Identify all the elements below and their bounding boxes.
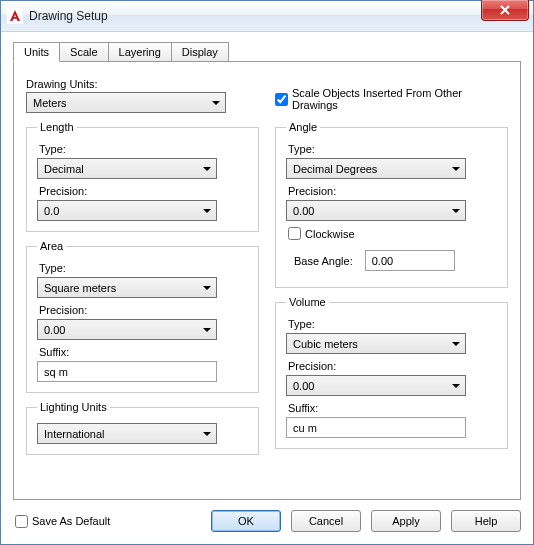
area-type-label: Type: xyxy=(39,262,248,274)
chevron-down-icon xyxy=(447,160,464,177)
client-area: Units Scale Layering Display Drawing Uni… xyxy=(1,32,533,544)
chevron-down-icon xyxy=(447,202,464,219)
drawing-setup-window: Drawing Setup Units Scale Layering Displ… xyxy=(0,0,534,545)
length-precision-label: Precision: xyxy=(39,185,248,197)
length-group: Length Type: Decimal Precision: 0.0 xyxy=(26,121,259,232)
volume-precision-value: 0.00 xyxy=(293,380,314,392)
scale-objects-input[interactable] xyxy=(275,93,288,106)
app-icon xyxy=(7,8,23,24)
length-type-value: Decimal xyxy=(44,163,84,175)
angle-type-label: Type: xyxy=(288,143,497,155)
clockwise-label: Clockwise xyxy=(305,228,355,240)
lighting-select[interactable]: International xyxy=(37,423,217,444)
volume-legend: Volume xyxy=(286,296,329,308)
chevron-down-icon xyxy=(198,279,215,296)
tab-display[interactable]: Display xyxy=(171,42,229,62)
scale-objects-checkbox[interactable]: Scale Objects Inserted From Other Drawin… xyxy=(275,87,508,111)
angle-precision-value: 0.00 xyxy=(293,205,314,217)
length-legend: Length xyxy=(37,121,77,133)
length-precision-select[interactable]: 0.0 xyxy=(37,200,217,221)
angle-legend: Angle xyxy=(286,121,320,133)
lighting-value: International xyxy=(44,428,105,440)
button-bar: Save As Default OK Cancel Apply Help xyxy=(13,500,521,532)
chevron-down-icon xyxy=(447,335,464,352)
length-type-select[interactable]: Decimal xyxy=(37,158,217,179)
lighting-legend: Lighting Units xyxy=(37,401,110,413)
close-button[interactable] xyxy=(481,0,529,21)
volume-type-value: Cubic meters xyxy=(293,338,358,350)
volume-group: Volume Type: Cubic meters Precision: 0.0… xyxy=(275,296,508,449)
volume-precision-label: Precision: xyxy=(288,360,497,372)
cancel-button[interactable]: Cancel xyxy=(291,510,361,532)
area-group: Area Type: Square meters Precision: 0.00… xyxy=(26,240,259,393)
volume-suffix-input[interactable] xyxy=(286,417,466,438)
titlebar: Drawing Setup xyxy=(1,1,533,32)
window-title: Drawing Setup xyxy=(29,9,108,23)
help-button[interactable]: Help xyxy=(451,510,521,532)
area-precision-select[interactable]: 0.00 xyxy=(37,319,217,340)
clockwise-checkbox[interactable]: Clockwise xyxy=(288,227,497,240)
angle-precision-label: Precision: xyxy=(288,185,497,197)
base-angle-label: Base Angle: xyxy=(294,255,353,267)
apply-button[interactable]: Apply xyxy=(371,510,441,532)
lighting-group: Lighting Units International xyxy=(26,401,259,455)
volume-type-label: Type: xyxy=(288,318,497,330)
angle-group: Angle Type: Decimal Degrees Precision: 0… xyxy=(275,121,508,288)
length-precision-value: 0.0 xyxy=(44,205,59,217)
length-type-label: Type: xyxy=(39,143,248,155)
tab-strip: Units Scale Layering Display xyxy=(13,42,521,62)
ok-button[interactable]: OK xyxy=(211,510,281,532)
save-default-checkbox[interactable]: Save As Default xyxy=(15,515,110,528)
chevron-down-icon xyxy=(198,425,215,442)
tab-scale[interactable]: Scale xyxy=(59,42,109,62)
volume-suffix-label: Suffix: xyxy=(288,402,497,414)
tab-layering[interactable]: Layering xyxy=(108,42,172,62)
area-suffix-input[interactable] xyxy=(37,361,217,382)
volume-precision-select[interactable]: 0.00 xyxy=(286,375,466,396)
angle-precision-select[interactable]: 0.00 xyxy=(286,200,466,221)
drawing-units-value: Meters xyxy=(33,97,67,109)
tab-units[interactable]: Units xyxy=(13,42,60,62)
area-suffix-label: Suffix: xyxy=(39,346,248,358)
volume-type-select[interactable]: Cubic meters xyxy=(286,333,466,354)
area-precision-value: 0.00 xyxy=(44,324,65,336)
clockwise-input[interactable] xyxy=(288,227,301,240)
save-default-input[interactable] xyxy=(15,515,28,528)
chevron-down-icon xyxy=(198,202,215,219)
drawing-units-label: Drawing Units: xyxy=(26,78,259,90)
drawing-units-select[interactable]: Meters xyxy=(26,92,226,113)
chevron-down-icon xyxy=(198,321,215,338)
base-angle-input[interactable] xyxy=(365,250,455,271)
chevron-down-icon xyxy=(198,160,215,177)
angle-type-select[interactable]: Decimal Degrees xyxy=(286,158,466,179)
area-precision-label: Precision: xyxy=(39,304,248,316)
scale-objects-label: Scale Objects Inserted From Other Drawin… xyxy=(292,87,508,111)
tab-page-units: Drawing Units: Meters Scale Objects Inse… xyxy=(13,61,521,500)
area-legend: Area xyxy=(37,240,66,252)
chevron-down-icon xyxy=(447,377,464,394)
area-type-select[interactable]: Square meters xyxy=(37,277,217,298)
save-default-label: Save As Default xyxy=(32,515,110,527)
angle-type-value: Decimal Degrees xyxy=(293,163,377,175)
chevron-down-icon xyxy=(207,94,224,111)
area-type-value: Square meters xyxy=(44,282,116,294)
